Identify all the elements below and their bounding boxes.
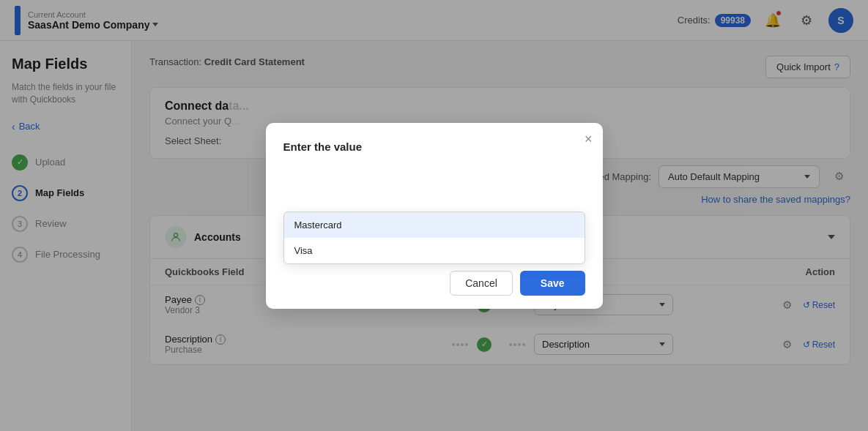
save-button[interactable]: Save <box>520 271 585 296</box>
dropdown-option-visa[interactable]: Visa <box>284 238 585 263</box>
dropdown-option-mastercard[interactable]: Mastercard <box>284 212 585 238</box>
modal-body: Enter the value Mastercard Visa Enter th… <box>266 123 603 261</box>
dropdown-options: Mastercard Visa <box>283 211 585 264</box>
modal-footer: Cancel Save <box>266 261 603 309</box>
modal-overlay: × Enter the value Mastercard Visa Enter … <box>0 0 868 431</box>
dropdown-container: Mastercard Visa Enter the value <box>283 211 585 236</box>
modal-title: Enter the value <box>283 140 585 153</box>
cancel-button[interactable]: Cancel <box>450 271 513 296</box>
modal-dialog: × Enter the value Mastercard Visa Enter … <box>266 123 603 309</box>
modal-close-button[interactable]: × <box>585 132 593 147</box>
